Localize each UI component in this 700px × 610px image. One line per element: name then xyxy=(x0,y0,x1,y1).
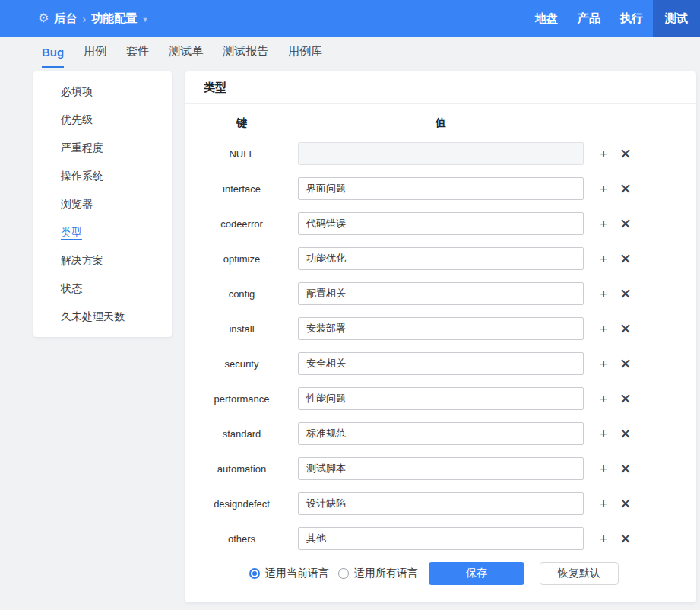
kv-value-cell xyxy=(298,282,584,305)
kv-value-cell xyxy=(298,142,584,165)
add-row-icon[interactable]: + xyxy=(596,322,611,336)
kv-row: automation + ✕ xyxy=(185,457,696,480)
add-row-icon[interactable]: + xyxy=(596,462,611,476)
kv-value-input[interactable] xyxy=(298,492,584,515)
delete-row-icon[interactable]: ✕ xyxy=(618,252,633,266)
sidebar-item[interactable]: 久未处理天数 xyxy=(33,303,172,331)
kv-row: security + ✕ xyxy=(185,352,696,375)
kv-key: others xyxy=(185,533,298,545)
sidebar-item[interactable]: 必填项 xyxy=(33,78,172,106)
kv-value-cell xyxy=(298,422,584,445)
add-row-icon[interactable]: + xyxy=(596,252,611,266)
delete-row-icon[interactable]: ✕ xyxy=(618,147,633,161)
delete-row-icon[interactable]: ✕ xyxy=(618,357,633,371)
topnav-item-label: 地盘 xyxy=(535,11,558,26)
add-row-icon[interactable]: + xyxy=(596,147,611,161)
kv-key: interface xyxy=(185,183,298,195)
kv-row-actions: + ✕ xyxy=(596,392,633,406)
kv-value-input[interactable] xyxy=(298,457,584,480)
topnav-item[interactable]: 执行 xyxy=(610,0,653,37)
kv-value-input[interactable] xyxy=(298,317,584,340)
kv-value-cell xyxy=(298,177,584,200)
sidebar-item-label: 优先级 xyxy=(61,113,93,125)
delete-row-icon[interactable]: ✕ xyxy=(618,462,633,476)
value-column-header: 值 xyxy=(298,116,584,130)
breadcrumb-app[interactable]: 后台 xyxy=(54,11,77,26)
tab[interactable]: 用例库 xyxy=(288,44,322,68)
add-row-icon[interactable]: + xyxy=(596,182,611,196)
restore-defaults-button[interactable]: 恢复默认 xyxy=(540,562,619,585)
delete-row-icon[interactable]: ✕ xyxy=(618,287,633,301)
sidebar-list: 必填项 优先级 严重程度 操作系统 浏览器 类型 解决方案 状态 久未处理天数 xyxy=(33,71,172,337)
kv-key: security xyxy=(185,358,298,370)
add-row-icon[interactable]: + xyxy=(596,287,611,301)
kv-row: optimize + ✕ xyxy=(185,247,696,270)
kv-value-input[interactable] xyxy=(298,527,584,550)
topnav: 地盘 产品 执行 测试 xyxy=(525,0,700,37)
topnav-item[interactable]: 产品 xyxy=(568,0,610,37)
delete-row-icon[interactable]: ✕ xyxy=(618,392,633,406)
topnav-item[interactable]: 地盘 xyxy=(525,0,568,37)
tab-label: 测试单 xyxy=(169,44,203,57)
sidebar-item[interactable]: 严重程度 xyxy=(33,134,172,162)
tab[interactable]: 测试报告 xyxy=(223,44,268,68)
kv-row: codeerror + ✕ xyxy=(185,212,696,235)
tab[interactable]: 用例 xyxy=(84,44,106,68)
add-row-icon[interactable]: + xyxy=(596,427,611,441)
sidebar-item[interactable]: 优先级 xyxy=(33,106,172,134)
topnav-item-label: 测试 xyxy=(665,11,688,26)
sidebar-item-label: 状态 xyxy=(61,282,82,294)
sidebar-item[interactable]: 浏览器 xyxy=(33,190,172,218)
topnav-item-label: 产品 xyxy=(578,11,600,26)
caret-down-icon: ▼ xyxy=(142,16,149,24)
delete-row-icon[interactable]: ✕ xyxy=(618,427,633,441)
delete-row-icon[interactable]: ✕ xyxy=(618,182,633,196)
tab-label: 用例库 xyxy=(288,44,322,57)
kv-value-input[interactable] xyxy=(298,387,584,410)
radio-label: 适用所有语言 xyxy=(354,567,418,580)
delete-row-icon[interactable]: ✕ xyxy=(618,497,633,511)
tab[interactable]: 套件 xyxy=(126,44,149,68)
add-row-icon[interactable]: + xyxy=(596,357,611,371)
add-row-icon[interactable]: + xyxy=(596,392,611,406)
kv-row-actions: + ✕ xyxy=(596,147,633,161)
delete-row-icon[interactable]: ✕ xyxy=(618,532,633,546)
kv-value-input[interactable] xyxy=(298,247,584,270)
kv-value-input[interactable] xyxy=(298,177,584,200)
delete-row-icon[interactable]: ✕ xyxy=(618,322,633,336)
sidebar-item[interactable]: 解决方案 xyxy=(33,246,172,275)
sidebar-item-label: 严重程度 xyxy=(61,141,103,154)
kv-value-cell xyxy=(298,492,584,515)
kv-value-input xyxy=(298,142,584,165)
kv-value-input[interactable] xyxy=(298,212,584,235)
sidebar-item[interactable]: 类型 xyxy=(33,218,172,246)
sidebar-item[interactable]: 操作系统 xyxy=(33,162,172,190)
radio-circle-icon xyxy=(338,568,349,579)
add-row-icon[interactable]: + xyxy=(596,217,611,231)
gear-icon[interactable]: ⚙ xyxy=(38,12,49,24)
lang-radios: 适用当前语言 适用所有语言 xyxy=(249,567,427,580)
language-scope-radio[interactable]: 适用当前语言 xyxy=(249,567,338,580)
kv-value-input[interactable] xyxy=(298,422,584,445)
language-scope-radio[interactable]: 适用所有语言 xyxy=(338,567,427,580)
top-bar: ⚙ 后台 › 功能配置 ▼ 地盘 产品 执行 测试 xyxy=(0,0,700,37)
chevron-right-icon: › xyxy=(82,12,86,25)
delete-row-icon[interactable]: ✕ xyxy=(618,217,633,231)
kv-row: install + ✕ xyxy=(185,317,696,340)
kv-table: 键 值 NULL + ✕ interface + ✕ codeerror + xyxy=(185,104,696,585)
sidebar-item-label: 解决方案 xyxy=(61,254,103,266)
kv-row: standard + ✕ xyxy=(185,422,696,445)
kv-row-actions: + ✕ xyxy=(596,497,633,511)
add-row-icon[interactable]: + xyxy=(596,497,611,511)
topnav-item[interactable]: 测试 xyxy=(653,0,700,37)
kv-row: NULL + ✕ xyxy=(185,142,696,165)
tab[interactable]: 测试单 xyxy=(169,44,203,68)
add-row-icon[interactable]: + xyxy=(596,532,611,546)
kv-value-input[interactable] xyxy=(298,352,584,375)
topnav-item-label: 执行 xyxy=(620,11,643,26)
breadcrumb-page[interactable]: 功能配置 ▼ xyxy=(91,11,148,26)
save-button[interactable]: 保存 xyxy=(429,562,524,585)
sidebar-item[interactable]: 状态 xyxy=(33,275,172,303)
tab[interactable]: Bug xyxy=(42,46,64,68)
kv-value-input[interactable] xyxy=(298,282,584,305)
